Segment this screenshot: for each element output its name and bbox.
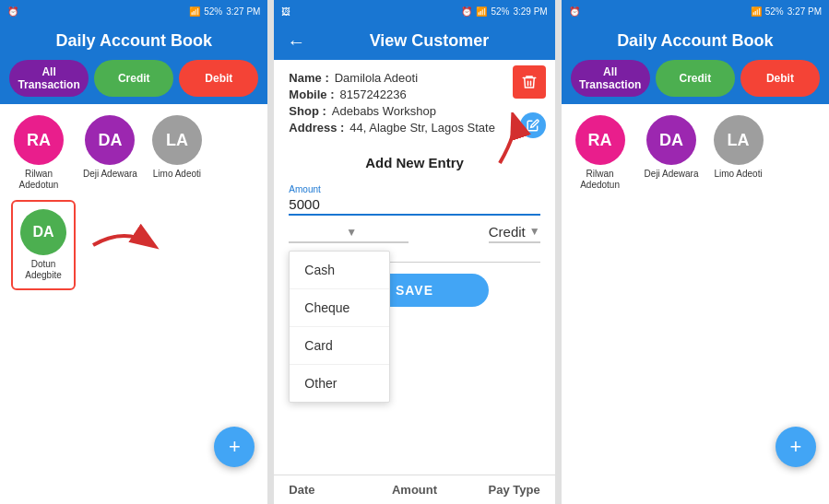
signal-right: 📶 — [751, 6, 762, 17]
payment-dropdown-menu: Cash Cheque Card Other — [289, 251, 390, 403]
amount-input[interactable] — [289, 194, 539, 216]
customer-mobile-row: Mobile : 8157242236 — [289, 88, 539, 101]
tab-credit-left[interactable]: Credit — [94, 60, 173, 97]
fab-add-right[interactable]: + — [776, 427, 816, 467]
left-phone: ⏰ 📶 52% 3:27 PM Daily Account Book All T… — [0, 0, 267, 504]
battery-right: 52% — [765, 6, 784, 17]
credit-dropdown[interactable]: Credit ▼ — [489, 224, 540, 243]
divider-1 — [267, 0, 274, 504]
clock-middle-icon: ⏰ — [461, 6, 472, 17]
add-icon-right: + — [790, 437, 802, 457]
divider-2 — [555, 0, 562, 504]
view-customer-header: ← View Customer — [274, 22, 554, 60]
left-app-header: Daily Account Book — [0, 22, 267, 60]
right-tab-bar: All Transaction Credit Debit — [562, 60, 829, 104]
status-bar-right: ⏰ 📶 52% 3:27 PM — [562, 0, 829, 22]
col-paytype: Pay Type — [456, 483, 540, 497]
clock-icon: ⏰ — [7, 6, 18, 17]
clock-right-icon: ⏰ — [569, 6, 580, 17]
contact-ra[interactable]: RA Rilwan Adedotun — [9, 115, 68, 191]
left-tab-bar: All Transaction Credit Debit — [0, 60, 267, 104]
status-bar-left: ⏰ 📶 52% 3:27 PM — [0, 0, 267, 22]
right-app-header: Daily Account Book — [562, 22, 829, 60]
tab-all-transaction-left[interactable]: All Transaction — [9, 60, 89, 97]
avatar-da-right: DA — [646, 115, 696, 165]
mobile-value: 8157242236 — [339, 88, 406, 101]
red-arrow-right — [89, 222, 162, 268]
selected-contact-box[interactable]: DA Dotun Adegbite — [11, 200, 76, 290]
contact-la[interactable]: LA Limo Adeoti — [152, 115, 202, 180]
name-value: Damilola Adeoti — [335, 71, 418, 85]
battery-left: 52% — [204, 6, 222, 17]
avatar-ra: RA — [14, 115, 64, 165]
credit-dropdown-arrow-icon: ▼ — [529, 225, 540, 238]
middle-phone: 🖼 ⏰ 📶 52% 3:29 PM ← View Customer Name :… — [274, 0, 554, 504]
tab-all-transaction-right[interactable]: All Transaction — [571, 60, 650, 97]
tab-credit-right[interactable]: Credit — [656, 60, 735, 97]
battery-middle: 52% — [491, 6, 509, 17]
time-middle: 3:29 PM — [513, 6, 547, 17]
selected-contact-area: DA Dotun Adegbite — [0, 196, 267, 294]
avatar-dotun: DA — [20, 209, 66, 255]
avatar-la-right: LA — [714, 115, 764, 165]
contact-ra-right[interactable]: RA Rilwan Adedotun — [571, 115, 630, 191]
avatar-la: LA — [152, 115, 202, 165]
credit-label-text: Credit — [489, 224, 526, 240]
contacts-row-right: RA Rilwan Adedotun DA Deji Adewara LA Li… — [562, 104, 829, 196]
status-bar-middle: 🖼 ⏰ 📶 52% 3:29 PM — [274, 0, 554, 22]
pay-type-dropdown-container: ▼ Cash Cheque Card Other — [289, 223, 409, 243]
contact-da-right[interactable]: DA Deji Adewara — [645, 115, 699, 180]
table-header: Date Amount Pay Type — [274, 475, 554, 504]
arrow-indicator — [89, 222, 162, 268]
address-label: Address : — [289, 121, 344, 135]
fab-add-left[interactable]: + — [214, 427, 255, 467]
contact-name-la-right: Limo Adeoti — [714, 169, 762, 180]
contact-name-da-right: Deji Adewara — [645, 169, 699, 180]
mobile-label: Mobile : — [289, 88, 334, 101]
type-row: ▼ Cash Cheque Card Other Credit ▼ — [289, 223, 539, 243]
tab-debit-right[interactable]: Debit — [740, 60, 820, 97]
right-phone: ⏰ 📶 52% 3:27 PM Daily Account Book All T… — [562, 0, 829, 504]
signal-middle: 📶 — [476, 6, 487, 17]
contact-name-da: Deji Adewara — [83, 169, 137, 180]
contacts-row-left: RA Rilwan Adedotun DA Deji Adewara LA Li… — [0, 104, 267, 196]
right-app-title: Daily Account Book — [617, 31, 773, 51]
delete-button[interactable] — [513, 65, 546, 99]
signal-icon: 📶 — [189, 6, 200, 17]
time-left: 3:27 PM — [226, 6, 260, 17]
back-button[interactable]: ← — [287, 32, 305, 51]
amount-label: Amount — [289, 184, 539, 194]
arrow-to-delete-area: Add New Entry — [274, 140, 554, 181]
tab-debit-left[interactable]: Debit — [179, 60, 258, 97]
pay-type-dropdown[interactable]: ▼ — [289, 223, 409, 243]
shop-value: Adebabs Workshop — [332, 104, 436, 118]
add-icon-left: + — [229, 437, 241, 457]
contact-da[interactable]: DA Deji Adewara — [83, 115, 137, 180]
amount-input-container: Amount — [289, 184, 539, 216]
selected-contact-name: Dotun Adegbite — [20, 259, 66, 281]
time-right: 3:27 PM — [788, 6, 822, 17]
contact-name-ra: Rilwan Adedotun — [9, 169, 68, 191]
dropdown-arrow-icon: ▼ — [346, 226, 357, 239]
dropdown-item-other[interactable]: Other — [290, 365, 389, 402]
avatar-da: DA — [85, 115, 135, 165]
dropdown-placeholder — [289, 225, 344, 240]
contact-name-la: Limo Adeoti — [153, 169, 201, 180]
col-date: Date — [289, 483, 373, 497]
red-arrow-up — [426, 112, 537, 168]
view-customer-title: View Customer — [316, 31, 541, 51]
name-label: Name : — [289, 71, 328, 85]
dropdown-item-cheque[interactable]: Cheque — [290, 289, 389, 327]
shop-label: Shop : — [289, 104, 326, 118]
customer-name-row: Name : Damilola Adeoti — [289, 71, 539, 85]
dropdown-item-cash[interactable]: Cash — [290, 252, 389, 289]
photo-icon: 🖼 — [281, 6, 290, 17]
dropdown-item-card[interactable]: Card — [290, 327, 389, 365]
left-app-title: Daily Account Book — [56, 31, 212, 51]
trash-icon — [521, 74, 538, 90]
col-amount: Amount — [373, 483, 456, 497]
contact-name-ra-right: Rilwan Adedotun — [571, 169, 630, 191]
avatar-ra-right: RA — [575, 115, 625, 165]
contact-la-right[interactable]: LA Limo Adeoti — [714, 115, 764, 180]
